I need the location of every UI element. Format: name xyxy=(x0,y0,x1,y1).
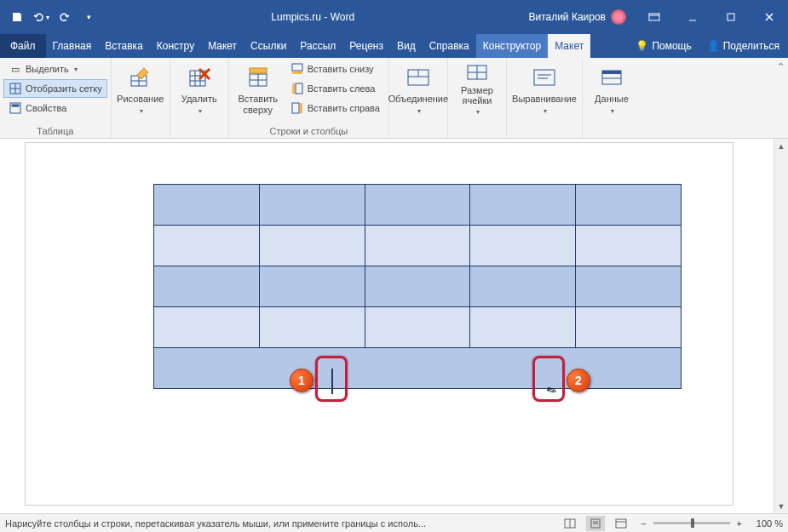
scroll-down-icon[interactable]: ▼ xyxy=(774,499,788,513)
insert-left-button[interactable]: Вставить слева xyxy=(285,79,385,98)
alignment-button[interactable]: Выравнивание ▾ xyxy=(510,60,578,119)
group-draw: Рисование ▾ xyxy=(112,58,170,138)
cellsize-icon xyxy=(463,63,491,83)
svg-rect-23 xyxy=(250,68,267,73)
svg-rect-28 xyxy=(292,103,299,113)
statusbar: Нарисуйте столбцы и строки, перетаскивая… xyxy=(0,513,788,532)
tab-home[interactable]: Главная xyxy=(46,34,99,58)
delete-button[interactable]: Удалить ▾ xyxy=(174,60,225,119)
avatar-icon xyxy=(611,9,626,25)
tab-insert[interactable]: Вставка xyxy=(98,34,150,58)
window-controls xyxy=(635,0,788,34)
group-data: Данные ▾ xyxy=(583,58,641,138)
tab-table-design[interactable]: Конструктор xyxy=(476,34,548,58)
collapse-ribbon-icon[interactable]: ⌃ xyxy=(777,61,785,72)
vertical-scrollbar[interactable]: ▲ ▼ xyxy=(774,139,788,513)
group-delete: Удалить ▾ xyxy=(170,58,229,138)
zoom-slider[interactable] xyxy=(653,522,730,524)
user-name: Виталий Каиров xyxy=(528,11,606,23)
merge-button[interactable]: Объединение ▾ xyxy=(393,60,444,119)
svg-rect-36 xyxy=(534,70,555,85)
svg-rect-0 xyxy=(649,14,659,20)
zoom-in-button[interactable]: + xyxy=(733,518,745,529)
window-title: Lumpics.ru - Word xyxy=(106,11,520,23)
table-row xyxy=(154,266,682,307)
tab-references[interactable]: Ссылки xyxy=(244,34,293,58)
properties-icon xyxy=(9,101,22,115)
quick-access-toolbar: ▾ ▾ xyxy=(0,9,106,26)
share-icon: 👤 xyxy=(707,40,720,52)
zoom-out-button[interactable]: − xyxy=(637,518,649,529)
tab-help[interactable]: Справка xyxy=(423,34,476,58)
group-alignment: Выравнивание ▾ xyxy=(507,58,583,138)
group-rows-cols: Вставить сверху Вставить снизу Вставить … xyxy=(229,58,389,138)
tab-mailings[interactable]: Рассыл xyxy=(293,34,342,58)
table-row xyxy=(154,185,682,226)
view-gridlines-button[interactable]: Отобразить сетку xyxy=(3,79,107,98)
group-label-table: Таблица xyxy=(3,124,107,138)
svg-rect-25 xyxy=(292,72,302,74)
print-layout-icon[interactable] xyxy=(586,516,605,531)
insert-right-button[interactable]: Вставить справа xyxy=(285,99,385,117)
svg-rect-29 xyxy=(300,103,302,113)
insert-below-button[interactable]: Вставить снизу xyxy=(285,60,385,78)
group-merge: Объединение ▾ xyxy=(389,58,448,138)
read-mode-icon[interactable] xyxy=(561,516,579,531)
zoom-controls: − + 100 % xyxy=(637,518,783,529)
group-cellsize: Размер ячейки ▾ xyxy=(448,58,507,138)
qat-customize-icon[interactable]: ▾ xyxy=(80,9,97,26)
save-icon[interactable] xyxy=(9,9,26,26)
zoom-level[interactable]: 100 % xyxy=(749,518,783,529)
pen-cursor-icon: ✎ xyxy=(544,382,560,399)
document-table[interactable] xyxy=(153,184,682,389)
page[interactable]: ✎ 1 2 xyxy=(26,143,733,505)
svg-rect-2 xyxy=(728,14,734,20)
grid-icon xyxy=(9,82,22,95)
properties-button[interactable]: Свойства xyxy=(3,99,107,117)
web-layout-icon[interactable] xyxy=(612,516,630,531)
ribbon-options-icon[interactable] xyxy=(635,0,673,34)
ribbon: ▭Выделить▾ Отобразить сетку Свойства Таб… xyxy=(0,58,788,139)
table-row xyxy=(154,226,682,266)
delete-icon xyxy=(186,64,213,91)
share-button[interactable]: 👤Поделиться xyxy=(699,34,788,58)
insert-above-button[interactable]: Вставить сверху xyxy=(233,60,284,119)
tab-view[interactable]: Вид xyxy=(390,34,423,58)
redo-icon[interactable] xyxy=(56,9,73,26)
annotation-badge-2: 2 xyxy=(567,369,590,392)
select-button[interactable]: ▭Выделить▾ xyxy=(3,60,107,78)
draw-table-button[interactable]: Рисование ▾ xyxy=(115,60,166,119)
group-table: ▭Выделить▾ Отобразить сетку Свойства Таб… xyxy=(0,58,112,138)
tab-table-layout[interactable]: Макет xyxy=(548,34,590,58)
svg-rect-9 xyxy=(12,105,19,106)
close-icon[interactable] xyxy=(750,0,788,34)
undo-icon[interactable]: ▾ xyxy=(32,9,49,26)
svg-rect-47 xyxy=(616,519,626,528)
pencil-icon xyxy=(127,64,154,91)
tell-me-input[interactable]: 💡Помощь xyxy=(629,34,698,58)
insert-below-icon xyxy=(290,62,304,76)
svg-rect-26 xyxy=(296,83,302,94)
tab-review[interactable]: Реценз xyxy=(342,34,390,58)
tab-layout[interactable]: Макет xyxy=(201,34,244,58)
group-label-rowscols: Строки и столбцы xyxy=(233,124,385,138)
svg-rect-24 xyxy=(292,64,302,71)
cellsize-button[interactable]: Размер ячейки ▾ xyxy=(452,60,503,119)
alignment-icon xyxy=(531,64,558,91)
titlebar: ▾ ▾ Lumpics.ru - Word Виталий Каиров xyxy=(0,0,788,34)
maximize-icon[interactable] xyxy=(711,0,750,34)
user-account[interactable]: Виталий Каиров xyxy=(520,9,635,25)
data-icon xyxy=(598,64,625,91)
tab-design[interactable]: Констру xyxy=(150,34,201,58)
status-message: Нарисуйте столбцы и строки, перетаскивая… xyxy=(5,518,554,529)
svg-rect-40 xyxy=(602,71,621,74)
scroll-up-icon[interactable]: ▲ xyxy=(774,139,788,153)
tab-file[interactable]: Файл xyxy=(0,34,46,58)
document-area: ✎ 1 2 ▲ ▼ xyxy=(0,139,788,513)
table-row xyxy=(154,348,682,389)
merge-icon xyxy=(405,64,432,91)
svg-rect-27 xyxy=(292,83,295,94)
ribbon-tabs: Файл Главная Вставка Констру Макет Ссылк… xyxy=(0,34,788,58)
minimize-icon[interactable] xyxy=(673,0,711,34)
data-button[interactable]: Данные ▾ xyxy=(586,60,637,119)
